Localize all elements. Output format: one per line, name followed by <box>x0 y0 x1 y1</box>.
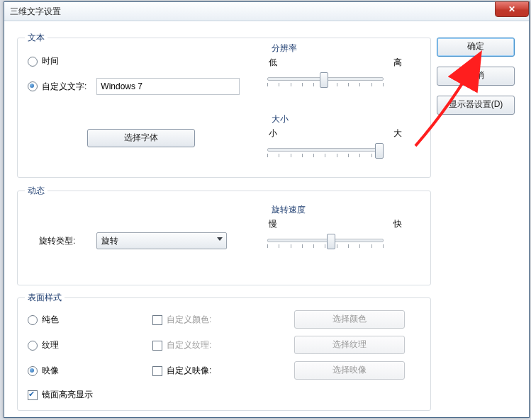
radio-custom-text-label: 自定义文字: <box>42 81 86 93</box>
group-motion-legend: 动态 <box>25 185 47 197</box>
check-custom-texture-label: 自定义纹理: <box>167 339 211 351</box>
radio-icon <box>28 57 38 67</box>
radio-icon <box>28 315 38 325</box>
radio-custom-text[interactable]: 自定义文字: <box>28 81 86 93</box>
size-small-label: 小 <box>269 127 277 140</box>
close-button[interactable]: ✕ <box>495 1 529 17</box>
slider-ticks <box>267 244 384 249</box>
radio-texture-label: 纹理 <box>42 339 59 351</box>
speed-slider[interactable] <box>264 233 386 253</box>
check-custom-reflection[interactable]: 自定义映像: <box>152 365 211 377</box>
resolution-low-label: 低 <box>269 57 277 69</box>
checkbox-icon <box>152 366 162 376</box>
radio-solid-label: 纯色 <box>42 314 59 326</box>
resolution-high-label: 高 <box>393 57 402 69</box>
check-specular[interactable]: 镜面高亮显示 <box>28 389 93 401</box>
group-motion: 动态 旋转类型: 旋转 旋转速度 慢 快 <box>17 191 431 285</box>
group-text: 文本 时间 自定义文字: 选择字体 分辨率 <box>17 38 431 178</box>
radio-solid-color[interactable]: 纯色 <box>28 314 59 326</box>
speed-slow-label: 慢 <box>269 218 277 230</box>
slider-thumb[interactable] <box>320 72 328 88</box>
custom-text-input[interactable] <box>96 78 240 95</box>
slider-ticks <box>267 154 384 158</box>
monitor-settings-button[interactable]: 显示器设置(D) <box>437 96 515 115</box>
check-custom-color[interactable]: 自定义颜色: <box>152 314 211 326</box>
radio-reflection-label: 映像 <box>42 365 59 377</box>
rotation-type-combo[interactable]: 旋转 <box>96 232 227 249</box>
check-custom-texture[interactable]: 自定义纹理: <box>152 339 211 351</box>
sidebar-buttons: 确定 取消 显示器设置(D) <box>437 38 515 125</box>
resolution-label: 分辨率 <box>269 42 300 55</box>
size-slider[interactable] <box>264 142 386 162</box>
resolution-slider[interactable] <box>264 72 386 91</box>
radio-time[interactable]: 时间 <box>28 55 59 67</box>
choose-color-button: 选择颜色 <box>294 310 405 329</box>
slider-track <box>267 148 384 152</box>
choose-font-button[interactable]: 选择字体 <box>87 129 195 147</box>
choose-texture-button: 选择纹理 <box>294 336 405 354</box>
radio-icon <box>28 366 38 376</box>
slider-thumb[interactable] <box>327 234 335 249</box>
speed-label: 旋转速度 <box>269 204 308 216</box>
slider-thumb[interactable] <box>375 143 384 159</box>
check-custom-reflection-label: 自定义映像: <box>167 365 211 377</box>
rotation-type-label: 旋转类型: <box>39 235 75 247</box>
titlebar: 三维文字设置 ✕ <box>4 2 529 21</box>
dialog-window: 三维文字设置 ✕ 文本 时间 自定义文字: 选择字体 <box>4 1 530 418</box>
rotation-type-value: 旋转 <box>101 235 118 247</box>
group-surface-legend: 表面样式 <box>25 292 65 304</box>
check-specular-label: 镜面高亮显示 <box>42 389 93 401</box>
checkbox-icon <box>152 315 162 325</box>
chevron-down-icon <box>217 237 223 241</box>
size-big-label: 大 <box>393 127 402 140</box>
group-text-legend: 文本 <box>25 32 47 44</box>
checkbox-icon <box>28 390 38 400</box>
window-title: 三维文字设置 <box>10 6 61 18</box>
slider-track <box>267 239 384 242</box>
cancel-button[interactable]: 取消 <box>437 67 515 86</box>
radio-reflection[interactable]: 映像 <box>28 365 59 377</box>
radio-texture[interactable]: 纹理 <box>28 339 59 351</box>
radio-time-label: 时间 <box>42 55 59 67</box>
choose-reflection-button: 选择映像 <box>294 361 405 380</box>
check-custom-color-label: 自定义颜色: <box>167 314 211 326</box>
speed-fast-label: 快 <box>393 218 402 230</box>
client-area: 文本 时间 自定义文字: 选择字体 分辨率 <box>11 29 522 410</box>
close-icon: ✕ <box>508 4 515 14</box>
size-label: 大小 <box>269 113 291 125</box>
group-surface: 表面样式 纯色 自定义颜色: 选择颜色 <box>17 297 431 411</box>
ok-button[interactable]: 确定 <box>437 38 515 57</box>
radio-icon <box>28 81 38 91</box>
checkbox-icon <box>152 341 162 351</box>
radio-icon <box>28 341 38 351</box>
